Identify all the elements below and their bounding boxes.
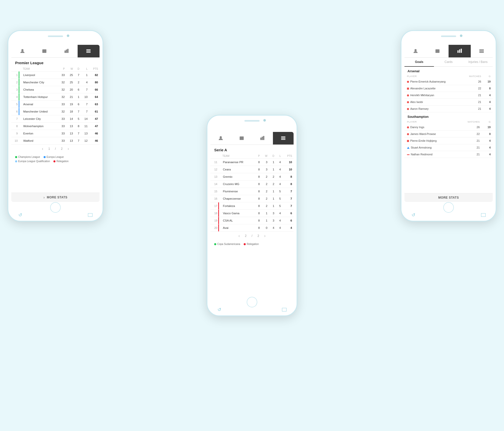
nav-tab-person-center[interactable] xyxy=(210,132,231,145)
square-btn-center[interactable] xyxy=(282,308,287,311)
table-row: 19 CSA AL 8 1 3 4 6 xyxy=(210,217,294,224)
legend-copa: Copa Sudamericana xyxy=(214,243,240,245)
legend-label-relegation: Relegation xyxy=(56,160,69,163)
nav-tab-chart-center[interactable] xyxy=(252,132,273,145)
next-arrow-left[interactable]: › xyxy=(68,147,69,151)
svg-rect-23 xyxy=(461,49,462,53)
list-item: Pierre-Emile Hojbjerg 21 4 xyxy=(404,137,493,144)
legend-dot-relegation xyxy=(53,160,55,162)
list-item: Aaron Ramsey 21 4 xyxy=(404,105,493,112)
svg-text:1:0: 1:0 xyxy=(43,50,46,53)
more-stats-label-right: MORE STATS xyxy=(438,196,459,199)
nav-tab-chart-left[interactable] xyxy=(55,45,78,57)
list-item: Henrikh Mkhitaryan 21 4 xyxy=(404,92,493,99)
legend-europa: Europa League xyxy=(44,156,64,158)
section-title-arsenal: Arsenal xyxy=(404,67,493,74)
svg-rect-5 xyxy=(67,49,68,53)
nav-tab-list-right[interactable] xyxy=(471,45,493,57)
table-row: 18 Vasco Gama 8 1 3 4 6 xyxy=(210,210,294,217)
section-title-southampton: Southampton xyxy=(404,112,493,120)
home-btn-left[interactable] xyxy=(50,202,61,213)
square-btn-right[interactable] xyxy=(481,213,486,217)
table-row: 15 Fluminense 8 2 1 5 7 xyxy=(210,188,294,195)
nav-tab-score-right[interactable]: 1:0 xyxy=(427,45,449,57)
list-item: Alexandre Lacazette 22 8 xyxy=(404,85,493,92)
nav-tab-score-left[interactable]: 1:0 xyxy=(34,45,56,57)
player-stats-arsenal: PLAYER MATCHES G Pierre-Emerick Aubameya… xyxy=(404,74,493,112)
phone-speaker-left xyxy=(48,35,63,37)
svg-rect-6 xyxy=(86,50,91,50)
table-row: 9 Everton 33 13 7 13 46 xyxy=(11,130,100,137)
page-sep-left: / xyxy=(55,147,56,151)
screen-body-left: Premier League TEAM P W D L PTS xyxy=(11,58,100,193)
home-btn-right[interactable] xyxy=(443,202,454,213)
back-btn-right[interactable]: ↺ xyxy=(412,212,415,218)
nav-tab-score-center[interactable]: 1:0 xyxy=(231,132,252,145)
phone-right: 1:0 Goals Cards Injuries / Bans Arsenal xyxy=(401,30,496,222)
filter-tab-injuries[interactable]: Injuries / Bans xyxy=(463,58,493,66)
more-stats-left[interactable]: › MORE STATS xyxy=(11,193,100,202)
svg-rect-22 xyxy=(459,50,460,53)
more-stats-label-left: MORE STATS xyxy=(47,196,68,199)
list-item: Nathan Redmond 21 4 xyxy=(404,151,493,158)
table-row: 4 Tottenham Hotspur 32 21 1 10 64 xyxy=(11,93,100,101)
legend-dot-europa-qual xyxy=(15,160,17,162)
prev-arrow-left[interactable]: ‹ xyxy=(42,147,43,151)
next-arrow-center[interactable]: › xyxy=(264,234,265,238)
svg-rect-17 xyxy=(281,139,286,140)
table-row: 1 Liverpool 33 25 7 1 82 xyxy=(11,71,100,79)
nav-tab-chart-right[interactable] xyxy=(449,45,471,57)
svg-rect-15 xyxy=(281,137,286,137)
table-row: 6 Manchester United 32 18 7 7 61 xyxy=(11,108,100,115)
screen-body-center: Serie A TEAM P W D L PTS xyxy=(210,145,294,295)
nav-tab-person-left[interactable] xyxy=(11,45,34,57)
back-btn-left[interactable]: ↺ xyxy=(18,212,22,218)
phone-left: 1:0 Premier League TEAM xyxy=(8,30,103,222)
list-item: James Ward-Prowse 22 8 xyxy=(404,131,493,137)
page-total-left: 2 xyxy=(61,147,63,151)
home-btn-center[interactable] xyxy=(247,297,257,307)
standings-table-left: TEAM P W D L PTS 1 Liverpool 33 25 7 1 xyxy=(11,66,100,145)
svg-rect-26 xyxy=(480,52,484,53)
prev-arrow-center[interactable]: ‹ xyxy=(238,234,240,238)
stats-filter-tabs-right: Goals Cards Injuries / Bans xyxy=(404,58,493,67)
list-item: Alex Iwobi 21 4 xyxy=(404,99,493,105)
svg-rect-25 xyxy=(480,51,484,51)
legend-label-europa-qual: Europa League Qualification xyxy=(18,160,50,163)
bottom-nav-center: ↺ xyxy=(207,307,297,312)
svg-point-0 xyxy=(21,49,23,51)
screen-body-right: Arsenal PLAYER MATCHES G Pierre-Emerick … xyxy=(404,67,493,193)
pagination-left: ‹ 1 / 2 › xyxy=(11,145,100,153)
svg-rect-7 xyxy=(86,51,91,51)
nav-tab-list-center[interactable] xyxy=(273,132,294,145)
svg-rect-3 xyxy=(65,51,66,53)
screen-right: 1:0 Goals Cards Injuries / Bans Arsenal xyxy=(404,45,493,202)
phone-center: 1:0 Serie A TEAM P xyxy=(207,115,297,316)
filter-tab-cards[interactable]: Cards xyxy=(434,58,463,66)
legend-dot-europa xyxy=(44,156,46,158)
league-title-center: Serie A xyxy=(210,145,294,154)
svg-text:1:0: 1:0 xyxy=(240,137,243,140)
legend-dot-relegation-center xyxy=(244,243,246,245)
more-stats-right[interactable]: MORE STATS xyxy=(404,193,493,202)
bottom-nav-right: ↺ xyxy=(401,212,496,218)
filter-tab-goals[interactable]: Goals xyxy=(404,58,434,66)
svg-rect-4 xyxy=(66,50,67,53)
nav-tab-list-left[interactable] xyxy=(78,45,100,57)
legend-label-copa: Copa Sudamericana xyxy=(217,243,240,245)
legend-champions: Champions League xyxy=(15,156,40,158)
table-row: 17 Fortaleza 8 2 1 5 7 xyxy=(210,202,294,210)
table-row: 7 Leicester City 33 14 5 14 47 xyxy=(11,115,100,123)
svg-rect-21 xyxy=(458,50,459,53)
legend-left: Champions League Europa League Europa Le… xyxy=(11,153,100,165)
pagination-center: ‹ 2 / 2 › xyxy=(210,232,294,240)
bottom-nav-left: ↺ xyxy=(8,212,103,218)
nav-tab-person-right[interactable] xyxy=(404,45,427,57)
table-row: 12 Ceara 8 3 1 4 10 xyxy=(210,166,294,173)
back-btn-center[interactable]: ↺ xyxy=(217,307,221,312)
nav-tabs-right: 1:0 xyxy=(404,45,493,58)
square-btn-left[interactable] xyxy=(88,213,92,217)
screen-center: 1:0 Serie A TEAM P xyxy=(210,132,294,295)
table-row: 16 Chapecoense 8 2 1 5 7 xyxy=(210,195,294,202)
svg-rect-8 xyxy=(86,52,91,53)
